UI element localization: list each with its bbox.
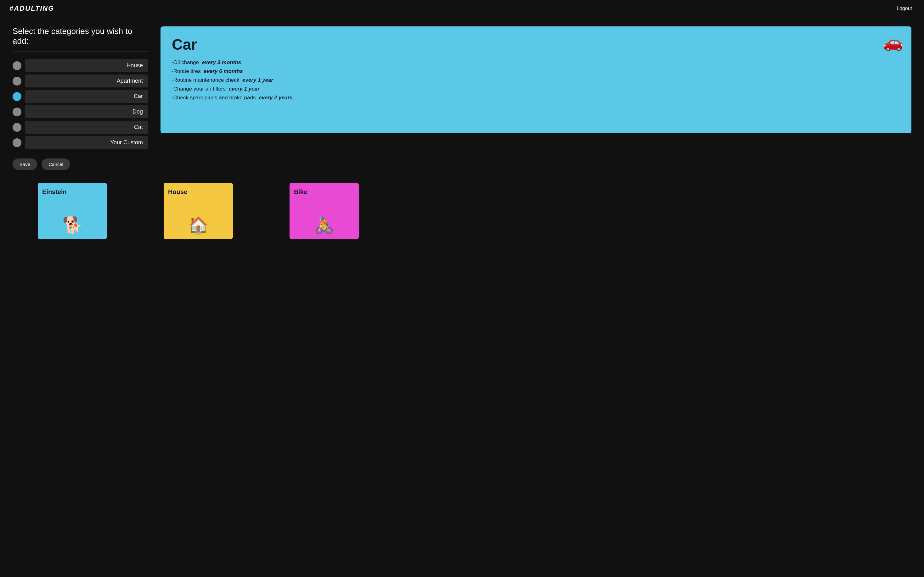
bottom-card-emoji-house: 🏠 xyxy=(188,216,208,235)
info-list-item: ·Change your air filters every 1 year xyxy=(172,86,900,92)
section-title: Select the categories you wish to add: xyxy=(13,26,148,46)
bottom-card-title-einstein: Einstein xyxy=(42,189,67,196)
bottom-card-emoji-einstein: 🐕 xyxy=(62,216,83,235)
radio-dog[interactable] xyxy=(13,108,21,116)
category-bar-car[interactable]: Car xyxy=(25,90,148,103)
info-list-item: ·Oil change every 3 months xyxy=(172,60,900,66)
info-list-item: ·Rotate tires every 6 months xyxy=(172,68,900,74)
category-item-custom[interactable]: Your Custom xyxy=(13,136,148,149)
left-panel: Select the categories you wish to add: H… xyxy=(13,26,148,170)
bottom-cards: Einstein🐕House🏠Bike🚴 xyxy=(0,176,924,246)
bottom-card-house[interactable]: House🏠 xyxy=(164,183,233,239)
freq-label: every 3 months xyxy=(202,60,241,65)
bottom-card-title-house: House xyxy=(168,189,187,196)
radio-custom[interactable] xyxy=(13,139,21,147)
category-bar-cat[interactable]: Cat xyxy=(25,121,148,134)
category-list: HouseApartmentCarDogCatYour Custom xyxy=(13,59,148,149)
app-title: #ADULTING xyxy=(10,5,54,13)
freq-label: every 6 months xyxy=(204,68,243,74)
category-bar-apartment[interactable]: Apartment xyxy=(25,74,148,87)
category-bar-dog[interactable]: Dog xyxy=(25,105,148,118)
bottom-card-einstein[interactable]: Einstein🐕 xyxy=(38,183,107,239)
info-card-title: Car xyxy=(172,36,900,53)
category-item-cat[interactable]: Cat xyxy=(13,121,148,134)
category-item-apartment[interactable]: Apartment xyxy=(13,74,148,87)
right-panel: Car 🚗 ·Oil change every 3 months·Rotate … xyxy=(160,26,911,170)
main-content: Select the categories you wish to add: H… xyxy=(0,17,924,176)
radio-car[interactable] xyxy=(13,92,21,101)
category-item-car[interactable]: Car xyxy=(13,90,148,103)
freq-label: every 1 year xyxy=(228,86,259,92)
save-button[interactable]: Save xyxy=(13,158,37,170)
freq-label: every 1 year xyxy=(242,77,273,83)
info-list: ·Oil change every 3 months·Rotate tires … xyxy=(172,60,900,101)
logout-button[interactable]: Logout xyxy=(894,5,914,13)
info-card-emoji: 🚗 xyxy=(883,33,903,52)
radio-apartment[interactable] xyxy=(13,77,21,85)
info-list-item: ·Check spark plugs and brake pads every … xyxy=(172,95,900,101)
radio-cat[interactable] xyxy=(13,123,21,132)
bottom-card-emoji-bike: 🚴 xyxy=(314,216,334,235)
bottom-card-title-bike: Bike xyxy=(294,189,307,196)
category-bar-custom[interactable]: Your Custom xyxy=(25,136,148,149)
divider xyxy=(13,52,148,52)
category-item-house[interactable]: House xyxy=(13,59,148,72)
app-header: #ADULTING Logout xyxy=(0,0,924,17)
bottom-card-bike[interactable]: Bike🚴 xyxy=(289,183,359,239)
info-list-item: ·Routine maintenance check every 1 year xyxy=(172,77,900,83)
cancel-button[interactable]: Cancel xyxy=(42,158,70,170)
category-bar-house[interactable]: House xyxy=(25,59,148,72)
info-card: Car 🚗 ·Oil change every 3 months·Rotate … xyxy=(160,26,911,133)
radio-house[interactable] xyxy=(13,61,21,70)
category-item-dog[interactable]: Dog xyxy=(13,105,148,118)
actions: Save Cancel xyxy=(13,158,148,170)
freq-label: every 2 years xyxy=(259,95,293,101)
